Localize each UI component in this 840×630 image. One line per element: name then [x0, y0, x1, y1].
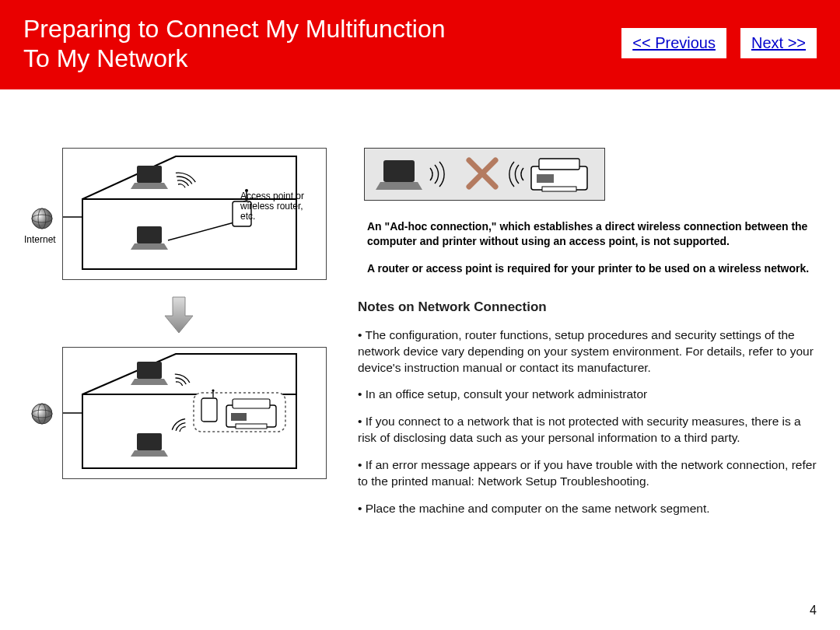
adhoc-svg [368, 151, 601, 198]
svg-rect-4 [137, 226, 162, 243]
bullet-1: • The configuration, router functions, s… [358, 327, 817, 376]
diagram-house-access-point: Access point or wireless router, etc. In… [62, 148, 327, 280]
svg-rect-34 [383, 160, 415, 182]
internet-icon [30, 207, 54, 230]
svg-point-25 [212, 389, 214, 391]
arrow-down-icon [163, 296, 194, 334]
svg-marker-5 [131, 243, 168, 250]
left-column: Access point or wireless router, etc. In… [23, 148, 334, 528]
bullet-5: • Place the machine and computer on the … [358, 501, 817, 517]
page-number: 4 [810, 604, 817, 618]
nav-buttons: << Previous Next >> [621, 28, 817, 58]
bullet-4: • If an error message appears or if you … [358, 457, 817, 490]
svg-marker-16 [82, 354, 296, 394]
access-point-label: Access point or wireless router, etc. [240, 191, 315, 222]
bold-note-2: A router or access point is required for… [358, 261, 817, 276]
svg-marker-35 [376, 182, 422, 190]
header-banner: Preparing to Connect My Multifunction To… [0, 0, 840, 89]
content-area: Access point or wireless router, etc. In… [0, 89, 840, 528]
svg-rect-18 [137, 362, 162, 379]
svg-rect-28 [231, 413, 247, 421]
svg-marker-15 [165, 297, 193, 333]
svg-rect-27 [233, 399, 270, 408]
svg-rect-40 [537, 174, 554, 183]
section-title: Notes on Network Connection [358, 299, 817, 315]
svg-rect-23 [201, 398, 217, 422]
diagram-adhoc-unsupported [364, 148, 605, 201]
title-line-1: Preparing to Connect My Multifunction [23, 15, 445, 43]
svg-marker-21 [131, 450, 168, 457]
svg-rect-41 [542, 187, 576, 191]
title-line-2: To My Network [23, 44, 188, 72]
previous-button[interactable]: << Previous [621, 28, 726, 58]
right-column: An "Ad-hoc connection," which establishe… [358, 148, 817, 528]
svg-rect-39 [539, 159, 579, 170]
internet-icon-2 [30, 402, 54, 425]
bold-note-1: An "Ad-hoc connection," which establishe… [358, 219, 817, 249]
diagram-house-printer [62, 347, 327, 479]
next-button[interactable]: Next >> [740, 28, 817, 58]
svg-point-31 [32, 404, 52, 424]
bullet-3: • If you connect to a network that is no… [358, 414, 817, 446]
internet-label: Internet [24, 234, 56, 245]
diagram-2-svg [63, 348, 327, 480]
svg-rect-20 [137, 433, 162, 450]
svg-line-6 [168, 222, 234, 240]
svg-marker-19 [131, 379, 168, 385]
svg-point-12 [32, 208, 52, 229]
svg-marker-3 [131, 183, 168, 189]
svg-rect-29 [236, 424, 267, 429]
svg-rect-2 [137, 166, 162, 183]
bullet-2: • In an office setup, consult your netwo… [358, 387, 817, 403]
